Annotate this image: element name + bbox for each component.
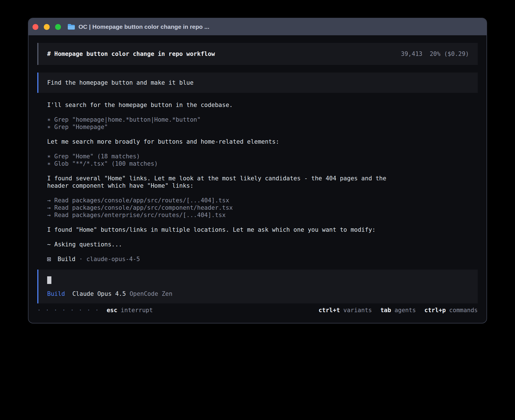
transcript: I'll search for the homepage button in t… — [37, 93, 478, 263]
assistant-message: I found "Home" buttons/links in multiple… — [47, 226, 403, 233]
tool-call-group: → Read packages/console/app/src/routes/[… — [47, 197, 478, 219]
shortcut-agents[interactable]: tab agents — [380, 307, 416, 314]
assistant-message: I'll search for the homepage button in t… — [47, 101, 403, 109]
esc-key: esc — [107, 307, 117, 314]
esc-label: interrupt — [121, 307, 153, 314]
shortcut-key: ctrl+p — [424, 307, 446, 314]
agent-model: claude-opus-4-5 — [86, 255, 140, 263]
status-bar: · · · · · · · · esc interrupt ctrl+t var… — [37, 303, 478, 317]
assistant-message: I found several "Home" links. Let me loo… — [47, 175, 403, 189]
token-count: 39,413 — [401, 51, 422, 57]
shortcut-label: variants — [343, 307, 372, 314]
tool-call-grep: ∗ Grep "homepage|home.*button|Home.*butt… — [47, 116, 478, 123]
zoom-button[interactable] — [55, 24, 61, 30]
prompt-input[interactable]: Build Claude Opus 4.5 OpenCode Zen — [37, 270, 478, 303]
tool-call-group: ∗ Grep "Home" (18 matches) ∗ Glob "**/*.… — [47, 153, 478, 167]
shortcut-label: agents — [394, 307, 416, 314]
tool-call-glob: ∗ Glob "**/*.tsx" (100 matches) — [47, 160, 478, 167]
window-title: OC | Homepage button color change in rep… — [78, 23, 209, 30]
status-message: ~ Asking questions... — [47, 241, 403, 248]
agent-icon — [47, 257, 51, 261]
titlebar[interactable]: OC | Homepage button color change in rep… — [29, 18, 486, 35]
folder-icon — [67, 24, 75, 30]
session-title: # Homepage button color change in repo w… — [47, 51, 215, 57]
tool-call-grep: ∗ Grep "Home" (18 matches) — [47, 153, 478, 160]
assistant-message: Let me search more broadly for buttons a… — [47, 138, 403, 145]
agent-separator: · — [79, 255, 83, 263]
minimize-button[interactable] — [44, 24, 50, 30]
shortcut-key: tab — [380, 307, 391, 314]
provider-name: OpenCode Zen — [130, 290, 173, 297]
terminal-window: OC | Homepage button color change in rep… — [28, 18, 487, 323]
tool-call-grep: ∗ Grep "Homepage" — [47, 123, 478, 131]
status-bar-left: · · · · · · · · esc interrupt — [37, 307, 153, 314]
shortcut-commands[interactable]: ctrl+p commands — [424, 307, 478, 314]
traffic-lights — [32, 24, 61, 30]
shortcut-label: commands — [449, 307, 478, 314]
model-name[interactable]: Claude Opus 4.5 — [72, 290, 126, 297]
session-header: # Homepage button color change in repo w… — [37, 43, 478, 65]
tool-call-read: → Read packages/enterprise/src/routes/[.… — [47, 211, 478, 219]
agent-status-line: Build · claude-opus-4-5 — [47, 255, 478, 263]
shortcut-key: ctrl+t — [318, 307, 340, 314]
user-message-text: Find the homepage button and make it blu… — [47, 79, 193, 86]
shortcut-variants[interactable]: ctrl+t variants — [318, 307, 372, 314]
tool-call-read: → Read packages/console/app/src/routes/[… — [47, 197, 478, 204]
context-usage: 20% ($0.29) — [430, 51, 469, 57]
session-stats: 39,413 20% ($0.29) — [401, 51, 469, 57]
close-button[interactable] — [32, 24, 38, 30]
input-mode-line: Build Claude Opus 4.5 OpenCode Zen — [47, 290, 469, 297]
spinner-icon: · · · · · · · · — [37, 307, 99, 314]
agent-name: Build — [58, 255, 75, 263]
tool-call-group: ∗ Grep "homepage|home.*button|Home.*butt… — [47, 116, 478, 131]
status-bar-right: ctrl+t variants tab agents ctrl+p comman… — [318, 307, 478, 314]
user-message: Find the homepage button and make it blu… — [37, 73, 478, 93]
tool-call-read: → Read packages/console/app/src/componen… — [47, 204, 478, 211]
mode-badge[interactable]: Build — [47, 290, 65, 297]
text-cursor — [47, 276, 51, 284]
terminal-content: # Homepage button color change in repo w… — [29, 35, 486, 317]
shortcut-interrupt[interactable]: esc interrupt — [107, 307, 153, 314]
